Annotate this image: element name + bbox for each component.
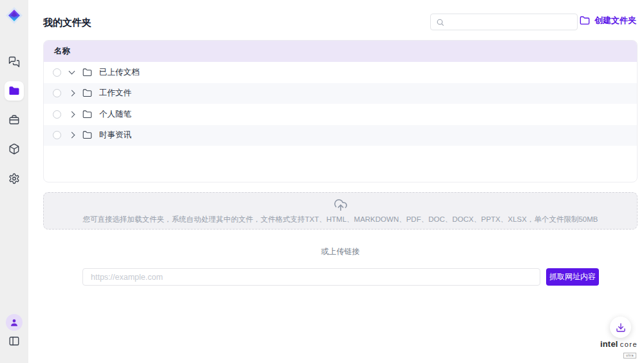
chevron-icon[interactable] (69, 132, 75, 139)
folder-name: 工作文件 (99, 88, 131, 99)
user-avatar[interactable] (6, 314, 23, 331)
folder-icon (82, 130, 92, 140)
intel-word: intel (600, 340, 618, 348)
upload-dropzone[interactable]: 您可直接选择加载文件夹，系统自动处理其中的文件，文件格式支持TXT、HTML、M… (43, 192, 638, 230)
sidebar-item-folders[interactable] (5, 81, 24, 101)
core-word: core (620, 341, 638, 348)
download-fab-button[interactable] (610, 317, 631, 338)
create-folder-button[interactable]: 创建文件夹 (580, 15, 636, 26)
folder-name: 已上传文档 (99, 67, 140, 78)
chat-icon (8, 56, 20, 68)
url-upload-row: 抓取网址内容 (82, 268, 599, 286)
folder-table-body: 已上传文档 工作文件 个人随笔 时事资讯 (44, 62, 637, 146)
panel-left-icon (8, 335, 20, 347)
url-input[interactable] (82, 268, 540, 286)
sidebar-item-workspace[interactable] (5, 110, 24, 130)
upload-hint: 您可直接选择加载文件夹，系统自动处理其中的文件，文件格式支持TXT、HTML、M… (83, 215, 598, 224)
create-folder-label: 创建文件夹 (594, 15, 636, 26)
folder-name: 个人随笔 (99, 109, 131, 120)
table-row[interactable]: 时事资讯 (44, 125, 637, 146)
folder-icon (82, 110, 92, 119)
chevron-icon[interactable] (69, 90, 75, 97)
row-checkbox[interactable] (53, 89, 61, 97)
chevron-icon[interactable] (69, 111, 75, 117)
sidebar-item-models[interactable] (5, 139, 24, 159)
collapse-sidebar-button[interactable] (5, 331, 24, 351)
row-checkbox[interactable] (53, 68, 61, 77)
search-box[interactable] (430, 14, 578, 30)
gear-icon (8, 173, 20, 184)
table-row[interactable]: 个人随笔 (44, 104, 637, 125)
search-icon (436, 18, 444, 26)
folder-table: 名称 已上传文档 工作文件 个人随笔 时事资讯 (43, 40, 638, 182)
intel-core-logo: intel core ultra (599, 340, 639, 358)
folder-icon (82, 68, 92, 77)
table-header-name: 名称 (44, 41, 637, 62)
user-icon (9, 317, 19, 328)
table-row[interactable]: 工作文件 (44, 83, 637, 104)
row-checkbox[interactable] (53, 131, 61, 139)
folder-name: 时事资讯 (99, 130, 131, 141)
table-row[interactable]: 已上传文档 (44, 62, 637, 83)
intel-ultra-badge: ultra (623, 353, 636, 358)
download-icon (616, 322, 626, 333)
sidebar-item-chat[interactable] (5, 52, 24, 72)
app-logo-icon[interactable] (5, 6, 23, 25)
briefcase-icon (8, 114, 20, 126)
fetch-url-button[interactable]: 抓取网址内容 (546, 268, 599, 286)
folder-icon (8, 85, 20, 97)
chevron-icon[interactable] (69, 68, 75, 75)
search-input[interactable] (448, 17, 572, 26)
cube-icon (8, 143, 20, 155)
sidebar (0, 0, 28, 363)
row-checkbox[interactable] (53, 110, 61, 119)
or-upload-link-label: 或上传链接 (43, 246, 638, 257)
sidebar-item-settings[interactable] (5, 169, 24, 188)
folder-plus-icon (580, 15, 590, 26)
folder-icon (82, 88, 92, 98)
page-title: 我的文件夹 (43, 17, 91, 29)
cloud-upload-icon (334, 198, 348, 212)
